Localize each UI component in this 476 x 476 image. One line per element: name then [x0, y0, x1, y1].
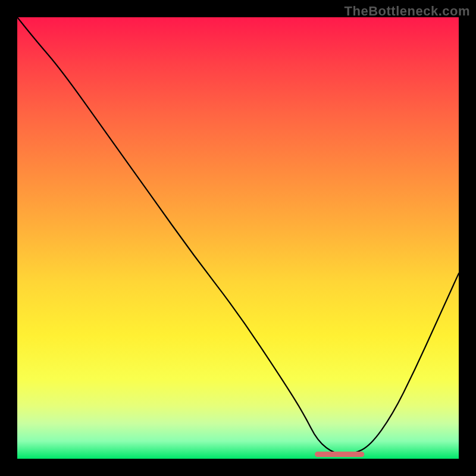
watermark-text: TheBottleneck.com	[345, 4, 470, 19]
bottleneck-curve-svg	[17, 17, 459, 459]
bottleneck-curve	[17, 17, 459, 455]
chart-frame: TheBottleneck.com	[0, 0, 476, 476]
plot-area	[17, 17, 459, 459]
